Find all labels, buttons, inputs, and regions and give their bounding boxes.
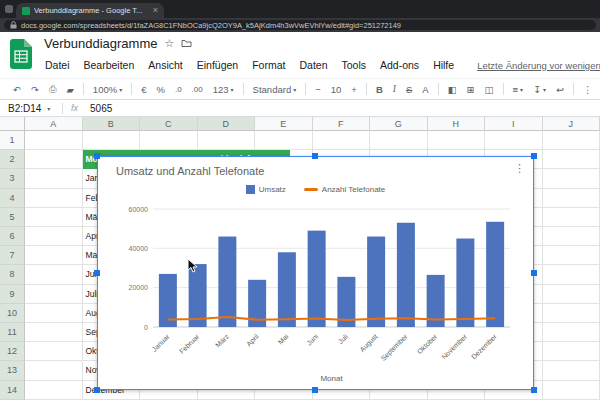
menu-format[interactable]: Format xyxy=(245,59,292,71)
column-header-H[interactable]: H xyxy=(428,117,486,131)
chart-object[interactable]: Umsatz und Anzahl Telefonate ⋮ UmsatzAnz… xyxy=(97,156,534,390)
selection-handle[interactable] xyxy=(531,387,537,393)
merge-cells-icon[interactable]: ◫ xyxy=(480,84,499,95)
fill-color-icon[interactable]: ◧ xyxy=(443,84,462,95)
x-tick-label: Januar xyxy=(150,332,171,353)
x-tick-label: Dezember xyxy=(470,332,498,360)
row-header-2[interactable]: 2 xyxy=(0,150,25,169)
last-edit-link[interactable]: Letzte Änderung vor wenigen Sekunden xyxy=(477,60,600,71)
horizontal-align-icon[interactable]: ≡▾ xyxy=(508,84,529,95)
row-header-10[interactable]: 10 xyxy=(0,304,25,323)
column-header-A[interactable]: A xyxy=(25,117,83,131)
selection-handle[interactable] xyxy=(94,270,100,276)
selection-handle[interactable] xyxy=(94,153,100,159)
menu-einfgen[interactable]: Einfügen xyxy=(190,59,245,71)
selection-handle[interactable] xyxy=(312,387,318,393)
star-icon[interactable]: ☆ xyxy=(164,37,174,50)
row-header-7[interactable]: 7 xyxy=(0,246,25,265)
decrease-decimals-icon[interactable]: .0 xyxy=(170,85,187,94)
italic-icon[interactable]: I xyxy=(388,84,401,94)
currency-icon[interactable]: € xyxy=(136,84,151,95)
column-header-C[interactable]: C xyxy=(140,117,198,131)
number-format-select[interactable]: 123▾ xyxy=(208,84,239,95)
percent-icon[interactable]: % xyxy=(151,84,169,95)
bold-icon[interactable]: B xyxy=(371,84,388,95)
menu-daten[interactable]: Daten xyxy=(292,59,334,71)
caret-icon: ▾ xyxy=(231,86,234,93)
row-header-9[interactable]: 9 xyxy=(0,285,25,304)
more-toolbar-icon[interactable]: ⋮ xyxy=(578,84,598,95)
column-header-B[interactable]: B xyxy=(83,117,141,131)
column-header-G[interactable]: G xyxy=(370,117,428,131)
row-header-14[interactable]: 14 xyxy=(0,381,25,400)
bar-mai xyxy=(278,252,296,327)
name-box-value: B2:D14 xyxy=(8,103,41,114)
menu-hilfe[interactable]: Hilfe xyxy=(426,59,461,71)
row-header-1[interactable]: 1 xyxy=(0,131,25,150)
undo-icon[interactable]: ↶ xyxy=(8,84,26,95)
print-icon[interactable]: ⎙ xyxy=(44,83,62,95)
row-header-5[interactable]: 5 xyxy=(0,208,25,227)
column-header-E[interactable]: E xyxy=(255,117,313,131)
chart-menu-icon[interactable]: ⋮ xyxy=(514,162,525,175)
move-folder-icon[interactable] xyxy=(181,39,192,48)
sheets-logo-icon[interactable] xyxy=(10,39,32,73)
redo-icon[interactable]: ↷ xyxy=(26,84,44,95)
bar-dezember xyxy=(486,222,504,327)
select-all-corner[interactable] xyxy=(0,117,25,131)
x-tick-label: November xyxy=(440,332,468,360)
text-wrap-icon[interactable]: ↩ xyxy=(551,84,569,95)
url-field[interactable]: docs.google.com/spreadsheets/d/1faZAG8C1… xyxy=(4,20,596,30)
browser-url-bar: docs.google.com/spreadsheets/d/1faZAG8C1… xyxy=(0,18,600,32)
font-size-decrease-button[interactable]: − xyxy=(310,84,326,95)
menu-addons[interactable]: Add-ons xyxy=(373,59,426,71)
borders-icon[interactable]: ⊞ xyxy=(462,84,480,95)
row-header-4[interactable]: 4 xyxy=(0,189,25,208)
caret-icon: ▾ xyxy=(119,86,122,93)
x-tick-label: September xyxy=(379,332,409,362)
menu-ansicht[interactable]: Ansicht xyxy=(141,59,189,71)
vertical-align-icon[interactable]: ↧▾ xyxy=(528,84,551,95)
selection-handle[interactable] xyxy=(531,270,537,276)
tab-title: Verbunddiagramme - Google T... xyxy=(34,6,149,15)
row-header-13[interactable]: 13 xyxy=(0,361,25,380)
row-header-12[interactable]: 12 xyxy=(0,342,25,361)
zoom-select[interactable]: 100%▾ xyxy=(88,84,127,95)
increase-decimals-icon[interactable]: .00 xyxy=(187,85,208,94)
font-size-increase-button[interactable]: + xyxy=(346,84,362,95)
legend-label: Anzahl Telefonate xyxy=(322,185,385,194)
toolbar-divider xyxy=(438,83,439,95)
text-color-icon[interactable]: A xyxy=(417,84,433,95)
caret-icon: ▾ xyxy=(543,86,546,93)
paint-format-icon[interactable]: ▰ xyxy=(62,84,79,95)
url-text: docs.google.com/spreadsheets/d/1faZAG8C1… xyxy=(21,21,401,30)
selection-handle[interactable] xyxy=(531,153,537,159)
x-tick-label: März xyxy=(214,332,230,348)
bar-september xyxy=(397,223,415,327)
close-tab-icon[interactable]: × xyxy=(153,6,158,15)
strikethrough-icon[interactable]: S xyxy=(401,84,417,95)
row-header-8[interactable]: 8 xyxy=(0,265,25,284)
selection-handle[interactable] xyxy=(312,153,318,159)
menu-tools[interactable]: Tools xyxy=(335,59,374,71)
formula-input[interactable]: 5065 xyxy=(90,103,112,114)
browser-tab[interactable]: Verbunddiagramme - Google T... × xyxy=(16,3,164,18)
x-tick-label: Oktober xyxy=(416,332,439,355)
row-header-6[interactable]: 6 xyxy=(0,227,25,246)
menu-datei[interactable]: Datei xyxy=(38,59,77,71)
column-header-I[interactable]: I xyxy=(485,117,543,131)
document-title[interactable]: Verbunddiagramme xyxy=(44,36,157,51)
column-header-J[interactable]: J xyxy=(543,117,600,131)
menu-bearbeiten[interactable]: Bearbeiten xyxy=(77,59,142,71)
legend-label: Umsatz xyxy=(259,185,286,194)
selection-handle[interactable] xyxy=(94,387,100,393)
column-header-F[interactable]: F xyxy=(313,117,371,131)
row-header-3[interactable]: 3 xyxy=(0,169,25,188)
legend-item-anzahltelefonate: Anzahl Telefonate xyxy=(304,185,385,194)
row-header-11[interactable]: 11 xyxy=(0,323,25,342)
font-select[interactable]: Standard▾ xyxy=(248,84,302,95)
font-size-value[interactable]: 10 xyxy=(326,84,347,95)
column-header-D[interactable]: D xyxy=(198,117,256,131)
name-box[interactable]: B2:D14 ▾ xyxy=(0,103,62,114)
x-tick-label: Februar xyxy=(178,332,201,355)
